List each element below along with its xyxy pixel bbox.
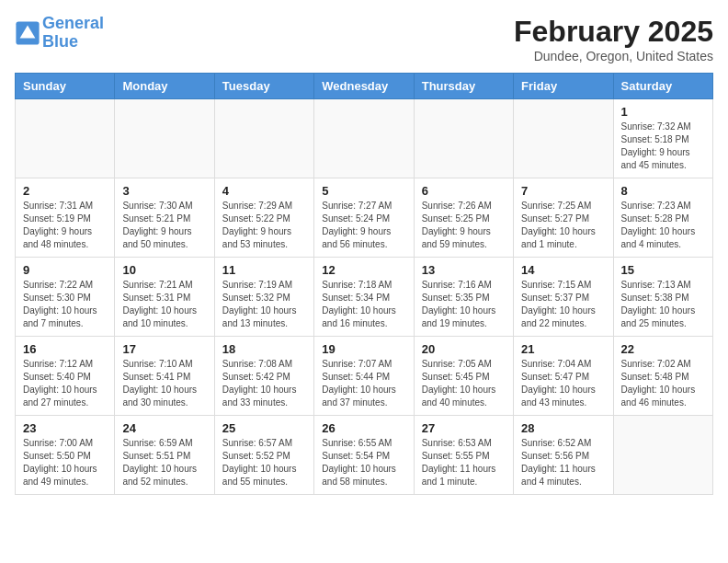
day-number: 11: [222, 263, 306, 277]
calendar-subtitle: Dundee, Oregon, United States: [514, 49, 713, 63]
day-number: 26: [322, 421, 405, 435]
day-cell: 8Sunrise: 7:23 AM Sunset: 5:28 PM Daylig…: [613, 178, 712, 258]
day-number: 15: [621, 263, 705, 277]
day-cell: 17Sunrise: 7:10 AM Sunset: 5:41 PM Dayli…: [115, 337, 214, 416]
day-info: Sunrise: 7:22 AM Sunset: 5:30 PM Dayligh…: [23, 279, 107, 330]
column-header-thursday: Thursday: [414, 74, 513, 99]
day-cell: 22Sunrise: 7:02 AM Sunset: 5:48 PM Dayli…: [613, 337, 712, 416]
day-number: 7: [521, 184, 605, 198]
day-cell: 24Sunrise: 6:59 AM Sunset: 5:51 PM Dayli…: [115, 416, 214, 495]
day-info: Sunrise: 7:13 AM Sunset: 5:38 PM Dayligh…: [621, 279, 705, 330]
logo: General Blue: [15, 15, 104, 52]
day-cell: 5Sunrise: 7:27 AM Sunset: 5:24 PM Daylig…: [314, 178, 414, 258]
day-number: 20: [422, 342, 506, 356]
day-number: 10: [122, 263, 206, 277]
day-info: Sunrise: 7:27 AM Sunset: 5:24 PM Dayligh…: [322, 200, 405, 251]
logo-line2: Blue: [42, 32, 78, 51]
day-cell: [514, 99, 613, 178]
day-cell: 2Sunrise: 7:31 AM Sunset: 5:19 PM Daylig…: [16, 178, 115, 258]
day-info: Sunrise: 7:32 AM Sunset: 5:18 PM Dayligh…: [621, 121, 705, 172]
day-cell: 13Sunrise: 7:16 AM Sunset: 5:35 PM Dayli…: [414, 258, 513, 337]
day-info: Sunrise: 7:25 AM Sunset: 5:27 PM Dayligh…: [521, 200, 605, 251]
day-number: 2: [23, 184, 107, 198]
column-header-wednesday: Wednesday: [314, 74, 414, 99]
day-cell: [613, 416, 712, 495]
day-number: 25: [222, 421, 306, 435]
day-number: 4: [222, 184, 306, 198]
logo-icon: [15, 20, 40, 46]
day-info: Sunrise: 7:18 AM Sunset: 5:34 PM Dayligh…: [322, 279, 405, 330]
calendar-title: February 2025: [514, 15, 713, 49]
day-cell: 3Sunrise: 7:30 AM Sunset: 5:21 PM Daylig…: [115, 178, 214, 258]
day-info: Sunrise: 6:52 AM Sunset: 5:56 PM Dayligh…: [521, 437, 605, 488]
calendar-header-row: SundayMondayTuesdayWednesdayThursdayFrid…: [16, 74, 713, 99]
calendar-table: SundayMondayTuesdayWednesdayThursdayFrid…: [15, 73, 713, 495]
day-info: Sunrise: 7:02 AM Sunset: 5:48 PM Dayligh…: [621, 358, 705, 409]
day-info: Sunrise: 7:19 AM Sunset: 5:32 PM Dayligh…: [222, 279, 306, 330]
day-cell: 7Sunrise: 7:25 AM Sunset: 5:27 PM Daylig…: [514, 178, 613, 258]
column-header-tuesday: Tuesday: [214, 74, 313, 99]
week-row-1: 1Sunrise: 7:32 AM Sunset: 5:18 PM Daylig…: [16, 99, 713, 178]
day-cell: [115, 99, 214, 178]
day-info: Sunrise: 6:57 AM Sunset: 5:52 PM Dayligh…: [222, 437, 306, 488]
day-number: 5: [322, 184, 405, 198]
day-cell: [16, 99, 115, 178]
day-info: Sunrise: 7:31 AM Sunset: 5:19 PM Dayligh…: [23, 200, 107, 251]
day-info: Sunrise: 7:04 AM Sunset: 5:47 PM Dayligh…: [521, 358, 605, 409]
day-info: Sunrise: 7:21 AM Sunset: 5:31 PM Dayligh…: [122, 279, 206, 330]
day-info: Sunrise: 7:05 AM Sunset: 5:45 PM Dayligh…: [422, 358, 506, 409]
day-number: 9: [23, 263, 107, 277]
day-info: Sunrise: 7:00 AM Sunset: 5:50 PM Dayligh…: [23, 437, 107, 488]
day-number: 14: [521, 263, 605, 277]
day-cell: [414, 99, 513, 178]
day-number: 13: [422, 263, 506, 277]
week-row-4: 16Sunrise: 7:12 AM Sunset: 5:40 PM Dayli…: [16, 337, 713, 416]
title-block: February 2025 Dundee, Oregon, United Sta…: [514, 15, 713, 63]
day-cell: 18Sunrise: 7:08 AM Sunset: 5:42 PM Dayli…: [214, 337, 313, 416]
day-number: 24: [122, 421, 206, 435]
column-header-monday: Monday: [115, 74, 214, 99]
day-cell: 9Sunrise: 7:22 AM Sunset: 5:30 PM Daylig…: [16, 258, 115, 337]
day-number: 22: [621, 342, 705, 356]
day-cell: 19Sunrise: 7:07 AM Sunset: 5:44 PM Dayli…: [314, 337, 414, 416]
day-cell: 27Sunrise: 6:53 AM Sunset: 5:55 PM Dayli…: [414, 416, 513, 495]
day-cell: [214, 99, 313, 178]
day-cell: 4Sunrise: 7:29 AM Sunset: 5:22 PM Daylig…: [214, 178, 313, 258]
day-info: Sunrise: 7:15 AM Sunset: 5:37 PM Dayligh…: [521, 279, 605, 330]
day-info: Sunrise: 7:08 AM Sunset: 5:42 PM Dayligh…: [222, 358, 306, 409]
day-cell: 16Sunrise: 7:12 AM Sunset: 5:40 PM Dayli…: [16, 337, 115, 416]
day-info: Sunrise: 7:10 AM Sunset: 5:41 PM Dayligh…: [122, 358, 206, 409]
day-number: 1: [621, 105, 705, 119]
day-info: Sunrise: 7:16 AM Sunset: 5:35 PM Dayligh…: [422, 279, 506, 330]
day-number: 18: [222, 342, 306, 356]
day-info: Sunrise: 7:23 AM Sunset: 5:28 PM Dayligh…: [621, 200, 705, 251]
day-cell: 14Sunrise: 7:15 AM Sunset: 5:37 PM Dayli…: [514, 258, 613, 337]
day-cell: 12Sunrise: 7:18 AM Sunset: 5:34 PM Dayli…: [314, 258, 414, 337]
day-number: 8: [621, 184, 705, 198]
day-number: 23: [23, 421, 107, 435]
day-info: Sunrise: 7:07 AM Sunset: 5:44 PM Dayligh…: [322, 358, 405, 409]
day-number: 16: [23, 342, 107, 356]
day-number: 19: [322, 342, 405, 356]
day-number: 6: [422, 184, 506, 198]
day-cell: 20Sunrise: 7:05 AM Sunset: 5:45 PM Dayli…: [414, 337, 513, 416]
day-number: 12: [322, 263, 405, 277]
day-cell: 1Sunrise: 7:32 AM Sunset: 5:18 PM Daylig…: [613, 99, 712, 178]
day-number: 17: [122, 342, 206, 356]
column-header-saturday: Saturday: [613, 74, 712, 99]
column-header-friday: Friday: [514, 74, 613, 99]
day-cell: 11Sunrise: 7:19 AM Sunset: 5:32 PM Dayli…: [214, 258, 313, 337]
day-info: Sunrise: 6:55 AM Sunset: 5:54 PM Dayligh…: [322, 437, 405, 488]
column-header-sunday: Sunday: [16, 74, 115, 99]
week-row-3: 9Sunrise: 7:22 AM Sunset: 5:30 PM Daylig…: [16, 258, 713, 337]
logo-line1: General: [42, 14, 104, 32]
day-cell: 25Sunrise: 6:57 AM Sunset: 5:52 PM Dayli…: [214, 416, 313, 495]
day-cell: 28Sunrise: 6:52 AM Sunset: 5:56 PM Dayli…: [514, 416, 613, 495]
day-info: Sunrise: 7:30 AM Sunset: 5:21 PM Dayligh…: [122, 200, 206, 251]
day-cell: [314, 99, 414, 178]
day-info: Sunrise: 7:12 AM Sunset: 5:40 PM Dayligh…: [23, 358, 107, 409]
week-row-2: 2Sunrise: 7:31 AM Sunset: 5:19 PM Daylig…: [16, 178, 713, 258]
day-number: 27: [422, 421, 506, 435]
logo-text: General Blue: [42, 15, 104, 52]
day-cell: 26Sunrise: 6:55 AM Sunset: 5:54 PM Dayli…: [314, 416, 414, 495]
